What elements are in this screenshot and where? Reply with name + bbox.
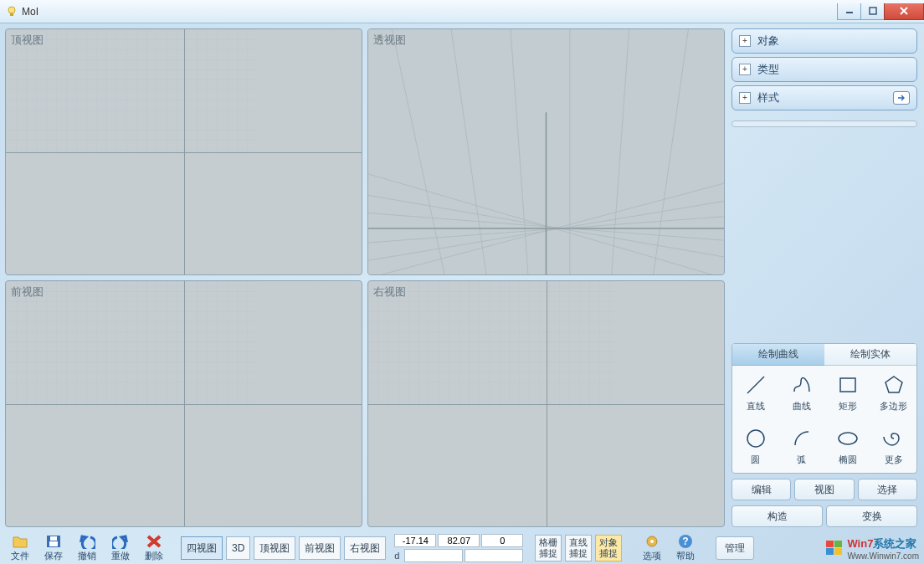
options-button[interactable]: 选项 [637, 533, 667, 563]
viewport-label: 前视图 [11, 285, 44, 300]
save-button[interactable]: 保存 [38, 533, 69, 563]
watermark-text-2: 系统之家 [873, 537, 916, 550]
grid-snap-button[interactable]: 格栅捕捉 [535, 535, 562, 561]
btn-label: 选择 [877, 483, 897, 497]
panel-label: 样式 [757, 90, 779, 105]
tool-label: 圆 [751, 454, 760, 466]
polygon-icon [882, 373, 906, 397]
ellipse-icon [836, 427, 860, 450]
app-icon [5, 5, 18, 18]
tool-ellipse[interactable]: 椭圆 [824, 419, 870, 473]
d-input-1[interactable] [404, 549, 463, 562]
maximize-button[interactable] [860, 3, 885, 20]
window-title: MoI [22, 6, 38, 18]
btn-label: 顶视图 [259, 541, 290, 556]
object-snap-button[interactable]: 对象捕捉 [595, 535, 622, 561]
tool-polygon[interactable]: 多边形 [870, 366, 916, 419]
watermark: Win7系统之家 Www.Winwin7.com [825, 536, 919, 561]
viewport-label: 右视图 [373, 285, 406, 300]
cmd-construct[interactable]: 构造 [732, 505, 823, 527]
tool-palette: 绘制曲线 绘制实体 直线 曲线 矩形 多边形 圆 弧 椭圆 更多 [732, 343, 917, 474]
svg-rect-42 [834, 548, 842, 555]
viewport-top[interactable]: 顶视图 [5, 28, 362, 275]
file-button[interactable]: 文件 [5, 533, 35, 563]
tool-rect[interactable]: 矩形 [824, 366, 870, 419]
help-icon: ? [677, 534, 694, 549]
spiral-icon [882, 427, 906, 450]
panel-styles[interactable]: + 样式 [732, 85, 917, 110]
redo-button[interactable]: 重做 [105, 533, 136, 563]
viewport-front[interactable]: 前视图 [5, 280, 362, 527]
tab-draw-curve[interactable]: 绘制曲线 [732, 344, 824, 366]
viewport-right[interactable]: 右视图 [367, 280, 725, 527]
view-top-button[interactable]: 顶视图 [254, 536, 295, 560]
grid [368, 281, 619, 407]
minimize-button[interactable] [837, 3, 861, 20]
axis-vertical [184, 29, 185, 274]
svg-rect-23 [6, 281, 257, 407]
d-input-2[interactable] [465, 549, 523, 562]
cmd-transform[interactable]: 变换 [826, 505, 917, 527]
progress-slider[interactable] [732, 120, 917, 127]
cmd-view[interactable]: 视图 [794, 479, 854, 500]
expand-icon[interactable]: + [739, 64, 751, 75]
delete-icon [146, 534, 162, 549]
coord-y-input[interactable] [438, 534, 480, 547]
curve-icon [790, 373, 814, 397]
close-button[interactable] [884, 3, 924, 20]
svg-point-0 [8, 7, 15, 13]
svg-rect-24 [368, 281, 619, 407]
view-right-button[interactable]: 右视图 [344, 536, 386, 560]
expand-icon[interactable]: + [739, 35, 751, 47]
svg-rect-3 [870, 8, 876, 14]
axis-vertical [184, 281, 185, 526]
btn-label: 变换 [862, 510, 882, 524]
coordinate-display: d [394, 534, 523, 562]
svg-text:?: ? [683, 536, 689, 547]
svg-marker-27 [886, 377, 902, 392]
redo-icon [112, 534, 129, 549]
tool-circle[interactable]: 圆 [732, 419, 778, 473]
cmd-select[interactable]: 选择 [858, 479, 917, 500]
svg-point-28 [747, 430, 764, 447]
tool-curve[interactable]: 曲线 [778, 366, 824, 419]
line-snap-button[interactable]: 直线捕捉 [565, 535, 592, 561]
cmd-edit[interactable]: 编辑 [732, 479, 791, 500]
tool-arc[interactable]: 弧 [778, 419, 824, 473]
panel-objects[interactable]: + 对象 [732, 28, 917, 54]
undo-button[interactable]: 撤销 [72, 533, 102, 563]
tool-line[interactable]: 直线 [732, 366, 778, 419]
view-quad-button[interactable]: 四视图 [181, 536, 223, 560]
panel-types[interactable]: + 类型 [732, 57, 917, 82]
manage-button[interactable]: 管理 [716, 536, 754, 560]
help-button[interactable]: ?帮助 [670, 533, 701, 563]
folder-icon [12, 534, 28, 549]
tab-draw-solid[interactable]: 绘制实体 [824, 344, 916, 366]
tool-more[interactable]: 更多 [870, 419, 916, 473]
view-3d-button[interactable]: 3D [226, 536, 250, 560]
snap-label-2: 捕捉 [539, 548, 557, 559]
expand-icon[interactable]: + [739, 92, 751, 104]
undo-icon [79, 534, 95, 549]
btn-label: 选项 [643, 550, 661, 562]
axis-vertical [547, 281, 547, 526]
watermark-url: Www.Winwin7.com [847, 551, 919, 561]
view-front-button[interactable]: 前视图 [299, 536, 341, 560]
svg-rect-31 [49, 541, 58, 546]
btn-label: 视图 [814, 483, 834, 497]
delete-button[interactable]: 删除 [139, 533, 169, 563]
snap-label-2: 捕捉 [599, 548, 618, 559]
btn-label: 四视图 [187, 541, 217, 556]
svg-line-25 [747, 377, 764, 393]
titlebar: MoI [0, 0, 924, 23]
svg-rect-26 [840, 378, 855, 392]
coord-x-input[interactable] [394, 534, 436, 547]
snap-label-1: 格栅 [539, 537, 557, 548]
btn-label: 删除 [145, 550, 163, 562]
grid [6, 281, 257, 407]
viewport-perspective[interactable]: 透视图 [367, 28, 725, 275]
coord-z-input[interactable] [481, 534, 523, 547]
arrow-right-icon[interactable] [893, 91, 910, 105]
btn-label: 3D [232, 542, 244, 554]
svg-rect-39 [826, 541, 834, 547]
